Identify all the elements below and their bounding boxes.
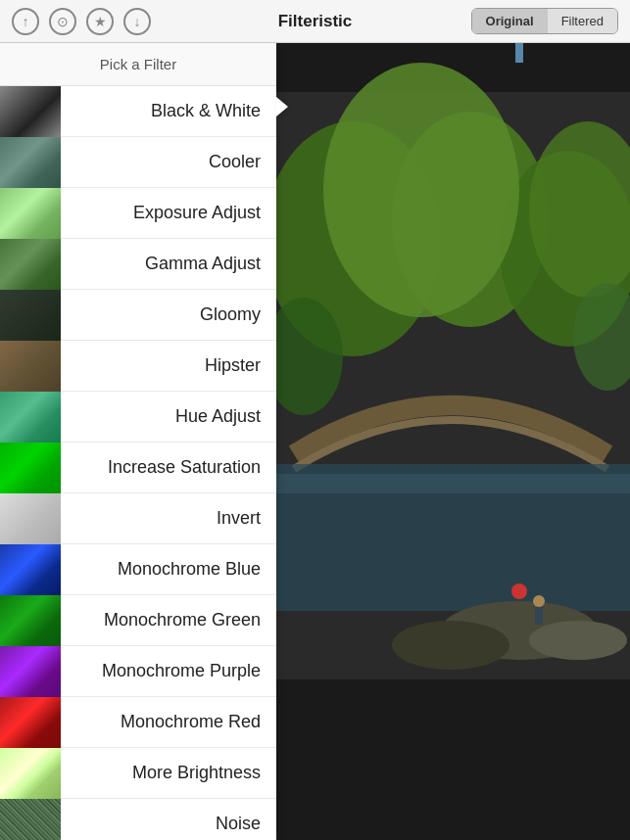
svg-rect-17 [274, 679, 630, 840]
filter-thumb-gloomy [0, 290, 61, 341]
view-toggle: Original Filtered [471, 8, 618, 34]
filter-panel: Pick a Filter Black & WhiteCoolerExposur… [0, 43, 276, 840]
filter-item-saturation[interactable]: Increase Saturation [0, 443, 276, 493]
filter-thumb-gamma [0, 239, 61, 290]
filter-thumb-bw [0, 86, 61, 137]
filter-item-gloomy[interactable]: Gloomy [0, 290, 276, 341]
filter-item-mono-red[interactable]: Monochrome Red [0, 697, 276, 748]
filter-item-brightness[interactable]: More Brightness [0, 748, 276, 799]
filter-thumb-hipster [0, 341, 61, 392]
filter-label-hue: Hue Adjust [61, 406, 276, 427]
filter-label-hipster: Hipster [61, 355, 276, 376]
main-content: Pick a Filter Black & WhiteCoolerExposur… [0, 43, 630, 840]
filter-label-noise: Noise [61, 814, 276, 834]
filter-item-hipster[interactable]: Hipster [0, 341, 276, 392]
star-icon[interactable]: ★ [86, 8, 114, 35]
svg-point-15 [533, 595, 545, 607]
filter-thumb-mono-green [0, 595, 61, 646]
app-title: Filteristic [278, 12, 353, 31]
filter-item-bw[interactable]: Black & White [0, 86, 276, 137]
filter-item-noise[interactable]: Noise [0, 799, 276, 840]
filter-label-brightness: More Brightness [61, 763, 276, 783]
top-bar-icons: ↑ ⊙ ★ ↓ [12, 8, 151, 35]
filter-label-gloomy: Gloomy [61, 304, 276, 325]
filter-thumb-saturation [0, 443, 61, 493]
panel-arrow [276, 97, 288, 117]
camera-icon[interactable]: ⊙ [49, 8, 76, 35]
filter-thumb-noise [0, 799, 61, 841]
filter-label-mono-purple: Monochrome Purple [61, 661, 276, 681]
filter-label-exposure: Exposure Adjust [61, 203, 276, 223]
filter-label-mono-green: Monochrome Green [61, 610, 276, 630]
filter-thumb-cooler [0, 137, 61, 188]
filter-thumb-hue [0, 392, 61, 443]
filter-panel-title: Pick a Filter [100, 56, 176, 72]
filter-label-saturation: Increase Saturation [61, 457, 276, 478]
filter-label-mono-blue: Monochrome Blue [61, 559, 276, 580]
filter-item-mono-purple[interactable]: Monochrome Purple [0, 646, 276, 697]
svg-point-6 [323, 63, 519, 317]
filter-item-exposure[interactable]: Exposure Adjust [0, 188, 276, 239]
filter-item-gamma[interactable]: Gamma Adjust [0, 239, 276, 290]
filter-label-mono-red: Monochrome Red [61, 712, 276, 732]
filter-thumb-brightness [0, 748, 61, 799]
svg-point-13 [511, 583, 527, 599]
filter-label-gamma: Gamma Adjust [61, 254, 276, 274]
filter-item-cooler[interactable]: Cooler [0, 137, 276, 188]
filter-list: Black & WhiteCoolerExposure AdjustGamma … [0, 86, 276, 840]
svg-rect-9 [274, 474, 630, 493]
original-toggle-button[interactable]: Original [472, 9, 548, 33]
filter-item-invert[interactable]: Invert [0, 493, 276, 544]
share-icon[interactable]: ↑ [12, 8, 39, 35]
filter-item-mono-blue[interactable]: Monochrome Blue [0, 544, 276, 595]
filtered-toggle-button[interactable]: Filtered [548, 9, 617, 33]
svg-point-12 [392, 621, 509, 670]
filter-label-cooler: Cooler [61, 152, 276, 172]
park-photo-svg [274, 43, 630, 840]
filter-thumb-mono-blue [0, 544, 61, 595]
filter-item-hue[interactable]: Hue Adjust [0, 392, 276, 443]
filter-thumb-mono-red [0, 697, 61, 748]
filter-panel-header: Pick a Filter [0, 43, 276, 86]
filter-label-bw: Black & White [61, 101, 276, 121]
svg-rect-16 [535, 607, 543, 625]
filter-thumb-mono-purple [0, 646, 61, 697]
svg-point-11 [529, 621, 627, 660]
filter-label-invert: Invert [61, 508, 276, 529]
filter-item-mono-green[interactable]: Monochrome Green [0, 595, 276, 646]
filter-thumb-invert [0, 493, 61, 544]
svg-rect-14 [515, 43, 523, 63]
download-icon[interactable]: ↓ [123, 8, 151, 35]
filter-thumb-exposure [0, 188, 61, 239]
top-navigation-bar: ↑ ⊙ ★ ↓ Filteristic Original Filtered [0, 0, 630, 43]
